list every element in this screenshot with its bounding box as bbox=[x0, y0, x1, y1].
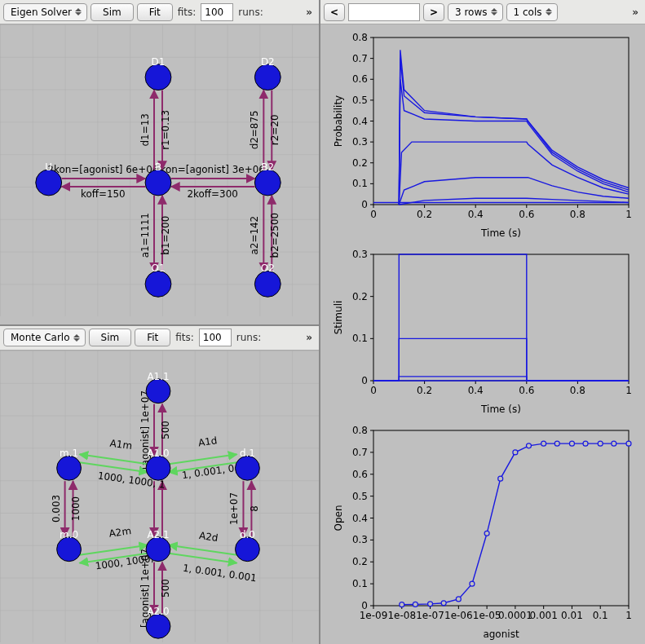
svg-text:1: 1 bbox=[625, 385, 632, 396]
svg-point-201 bbox=[583, 441, 588, 446]
svg-point-36 bbox=[145, 271, 171, 297]
cols-select[interactable]: 1 cols bbox=[506, 3, 558, 21]
svg-text:0: 0 bbox=[361, 375, 368, 386]
svg-text:kon=[agonist] 3e+06: kon=[agonist] 3e+06 bbox=[160, 164, 264, 175]
fits-input-bottom[interactable] bbox=[199, 329, 232, 346]
svg-text:O2: O2 bbox=[261, 262, 275, 274]
svg-text:a2=142: a2=142 bbox=[249, 216, 260, 255]
updown-icon bbox=[546, 8, 552, 15]
svg-text:m.0: m.0 bbox=[60, 528, 78, 540]
prev-button[interactable]: < bbox=[324, 3, 345, 21]
state-node[interactable]: m.1 bbox=[57, 448, 82, 480]
svg-point-34 bbox=[254, 64, 281, 90]
updown-icon bbox=[73, 334, 80, 342]
svg-point-200 bbox=[569, 441, 574, 446]
solver-select-label: Monte Carlo bbox=[11, 332, 70, 343]
svg-text:0.6: 0.6 bbox=[352, 73, 368, 85]
svg-point-197 bbox=[526, 443, 531, 448]
svg-text:0.7: 0.7 bbox=[352, 53, 368, 64]
expand-button-bottom[interactable]: » bbox=[303, 332, 316, 343]
sim-button-bottom[interactable]: Sim bbox=[89, 329, 132, 346]
expand-button-top[interactable]: » bbox=[303, 7, 316, 18]
svg-point-188 bbox=[400, 602, 404, 607]
svg-text:0.3: 0.3 bbox=[352, 249, 368, 260]
svg-text:0.6: 0.6 bbox=[352, 469, 368, 480]
svg-text:0.2: 0.2 bbox=[352, 556, 368, 567]
svg-text:0.2: 0.2 bbox=[417, 385, 432, 396]
runs-label: runs: bbox=[236, 7, 264, 18]
svg-text:2kon=[agonist] 6e+06: 2kon=[agonist] 6e+06 bbox=[47, 164, 158, 175]
svg-text:0.001: 0.001 bbox=[529, 610, 557, 621]
svg-text:1: 1 bbox=[625, 209, 632, 220]
chart-probability[interactable]: 00.10.20.30.40.50.60.70.800.20.40.60.81T… bbox=[329, 29, 640, 241]
svg-text:0.6: 0.6 bbox=[519, 209, 534, 220]
svg-point-189 bbox=[413, 602, 417, 607]
top-model-panel[interactable]: 2kon=[agonist] 6e+06 koff=150 kon=[agoni… bbox=[0, 24, 319, 326]
svg-text:0.4: 0.4 bbox=[352, 116, 368, 127]
state-node[interactable]: A1.0 bbox=[146, 448, 170, 480]
svg-point-199 bbox=[554, 441, 559, 446]
svg-text:0.2: 0.2 bbox=[352, 157, 368, 169]
solver-select-label: Eigen Solver bbox=[11, 7, 72, 18]
fit-button-top[interactable]: Fit bbox=[137, 3, 173, 21]
state-node[interactable]: A1.1 bbox=[146, 370, 170, 403]
fits-input-top[interactable] bbox=[201, 3, 233, 21]
svg-point-192 bbox=[456, 597, 461, 602]
svg-text:a1=1111: a1=1111 bbox=[139, 213, 151, 258]
svg-text:0.1: 0.1 bbox=[352, 333, 368, 344]
svg-text:2koff=300: 2koff=300 bbox=[187, 188, 237, 200]
svg-text:A2.1: A2.1 bbox=[147, 528, 169, 540]
svg-text:Stimuli: Stimuli bbox=[333, 301, 344, 335]
svg-point-77 bbox=[57, 536, 82, 561]
chart-stimuli[interactable]: 00.10.20.300.20.40.60.81Time (s)Stimuli bbox=[329, 246, 640, 417]
svg-text:A1.0: A1.0 bbox=[147, 448, 169, 459]
svg-text:1e-09: 1e-09 bbox=[360, 610, 388, 621]
svg-point-85 bbox=[146, 614, 170, 638]
svg-text:0: 0 bbox=[361, 199, 368, 210]
svg-text:0.4: 0.4 bbox=[468, 209, 484, 220]
chart-open[interactable]: 00.10.20.30.40.50.60.70.81e-091e-081e-07… bbox=[329, 422, 640, 642]
svg-text:b2=2500: b2=2500 bbox=[269, 213, 281, 258]
cols-label: 1 cols bbox=[514, 7, 542, 18]
rows-select[interactable]: 3 rows bbox=[448, 3, 503, 21]
next-button[interactable]: > bbox=[423, 3, 444, 21]
svg-text:500: 500 bbox=[160, 421, 171, 439]
bottom-model-toolbar: Monte Carlo Sim Fit fits: runs: » bbox=[0, 326, 319, 351]
svg-text:B: B bbox=[155, 161, 161, 173]
svg-text:8: 8 bbox=[249, 505, 260, 512]
svg-text:r1=0.13: r1=0.13 bbox=[160, 110, 171, 150]
svg-text:Probability: Probability bbox=[333, 95, 344, 147]
state-node[interactable]: A2.0 bbox=[146, 606, 170, 638]
page-input[interactable] bbox=[348, 3, 420, 21]
svg-text:d2=875: d2=875 bbox=[249, 110, 260, 149]
updown-icon bbox=[491, 8, 497, 15]
svg-text:0.7: 0.7 bbox=[352, 447, 368, 458]
state-node[interactable]: A2.1 bbox=[146, 528, 170, 561]
right-toolbar: < > 3 rows 1 cols » bbox=[320, 0, 645, 24]
bottom-model-panel[interactable]: 0.003 1000 1e+07 8 [agonist] 1e+07 500 [… bbox=[0, 351, 319, 644]
svg-text:Open: Open bbox=[333, 505, 344, 531]
expand-button-right[interactable]: » bbox=[629, 7, 642, 18]
svg-text:1e+07: 1e+07 bbox=[228, 492, 240, 525]
svg-point-83 bbox=[146, 536, 170, 561]
svg-point-38 bbox=[254, 271, 281, 297]
svg-text:0.0001: 0.0001 bbox=[498, 610, 532, 621]
solver-select-bottom[interactable]: Monte Carlo bbox=[3, 329, 86, 346]
svg-text:B2: B2 bbox=[261, 161, 274, 173]
solver-select-top[interactable]: Eigen Solver bbox=[3, 3, 87, 21]
svg-text:O1: O1 bbox=[152, 262, 166, 274]
sim-button-top[interactable]: Sim bbox=[91, 3, 134, 21]
svg-text:d1=13: d1=13 bbox=[139, 113, 151, 146]
svg-rect-147 bbox=[373, 430, 629, 606]
svg-point-193 bbox=[470, 581, 475, 586]
svg-text:koff=150: koff=150 bbox=[81, 188, 126, 200]
top-model-toolbar: Eigen Solver Sim Fit fits: runs: » bbox=[0, 0, 319, 24]
svg-text:1e-07: 1e-07 bbox=[416, 610, 444, 621]
svg-text:0.003: 0.003 bbox=[51, 495, 62, 523]
svg-point-190 bbox=[428, 602, 433, 607]
svg-point-204 bbox=[626, 441, 631, 446]
svg-text:500: 500 bbox=[160, 579, 171, 598]
fit-button-bottom[interactable]: Fit bbox=[135, 329, 170, 346]
svg-text:Time (s): Time (s) bbox=[480, 227, 521, 239]
state-node[interactable]: m.0 bbox=[57, 528, 82, 561]
